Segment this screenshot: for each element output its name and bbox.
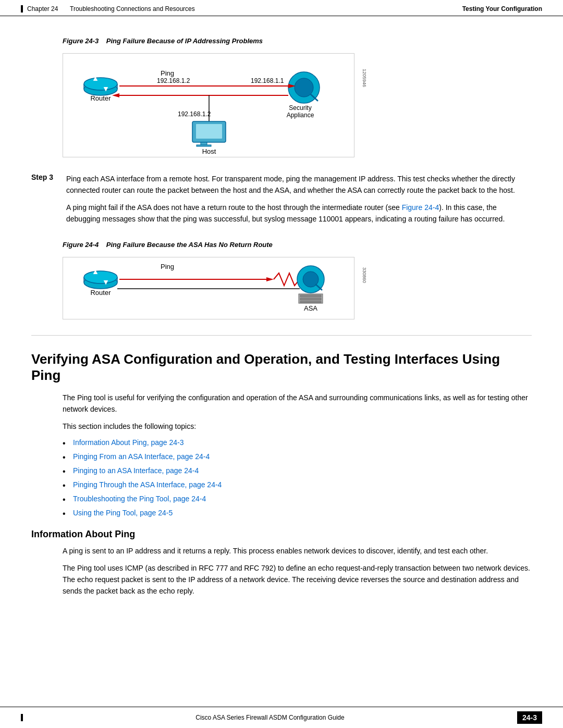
svg-text:Ping: Ping: [161, 69, 174, 77]
page-header: Chapter 24 Troubleshooting Connections a…: [0, 0, 563, 16]
bullet-link-2[interactable]: Pinging From an ASA Interface, page 24-4: [73, 452, 210, 461]
header-right-text: Testing Your Configuration: [462, 5, 542, 13]
figure-3-caption: Figure 24-3 Ping Failure Because of IP A…: [63, 37, 532, 45]
info-para-1: A ping is sent to an IP address and it r…: [63, 545, 532, 557]
figure-3-wrapper: Router Security Appliance Ping: [63, 53, 354, 163]
step-3-para1: Ping each ASA interface from a remote ho…: [66, 173, 532, 196]
svg-text:Router: Router: [90, 289, 111, 297]
svg-rect-39: [300, 301, 321, 303]
chapter-label: Chapter 24: [27, 5, 58, 13]
figure-4-diagram: Router Ping: [63, 257, 354, 319]
page-number: 24-3: [517, 711, 542, 724]
diagram-1-svg: Router Security Appliance Ping: [63, 54, 355, 158]
svg-text:192.168.1.1: 192.168.1.1: [251, 77, 284, 84]
header-bar: [21, 5, 23, 13]
svg-rect-37: [300, 295, 321, 297]
sub-heading: Information About Ping: [31, 529, 532, 540]
body-text-2: This section includes the following topi…: [63, 421, 532, 432]
bullet-link-3[interactable]: Pinging to an ASA Interface, page 24-4: [73, 466, 199, 475]
figure-4-section: Figure 24-4 Ping Failure Because the ASA…: [63, 241, 532, 325]
bullet-item-2: Pinging From an ASA Interface, page 24-4: [63, 451, 532, 462]
svg-point-25: [84, 271, 117, 283]
bullet-link-5[interactable]: Troubleshooting the Ping Tool, page 24-4: [73, 495, 206, 503]
bullet-item-6: Using the Ping Tool, page 24-5: [63, 508, 532, 519]
footer-left: [21, 714, 23, 722]
svg-text:Router: Router: [90, 94, 111, 102]
step-3-block: Step 3 Ping each ASA interface from a re…: [31, 173, 532, 230]
bullet-list: Information About Ping, page 24-3 Pingin…: [63, 437, 532, 519]
footer-title: Cisco ASA Series Firewall ASDM Configura…: [195, 714, 344, 721]
figure-3-diagram: Router Security Appliance Ping: [63, 53, 354, 157]
chapter-title: Troubleshooting Connections and Resource…: [70, 5, 195, 13]
step-3-content: Ping each ASA interface from a remote ho…: [66, 173, 532, 230]
svg-text:Ping: Ping: [161, 263, 174, 270]
svg-rect-22: [197, 145, 211, 146]
figure-4-wrapper: Router Ping: [63, 257, 354, 325]
diagram-2-svg: Router Ping: [63, 257, 355, 320]
svg-point-1: [84, 78, 117, 90]
svg-text:Appliance: Appliance: [287, 112, 314, 119]
bullet-item-3: Pinging to an ASA Interface, page 24-4: [63, 465, 532, 476]
svg-text:192.168.1.2: 192.168.1.2: [157, 77, 190, 84]
svg-text:ASA: ASA: [304, 304, 317, 312]
svg-rect-20: [196, 124, 222, 139]
bullet-link-4[interactable]: Pinging Through the ASA Interface, page …: [73, 480, 222, 489]
main-section-heading: Verifying ASA Configuration and Operatio…: [31, 351, 532, 384]
info-para-2: The Ping tool uses ICMP (as described in…: [63, 562, 532, 597]
svg-marker-31: [266, 277, 274, 281]
main-content: Figure 24-3 Ping Failure Because of IP A…: [0, 16, 563, 634]
bullet-item-4: Pinging Through the ASA Interface, page …: [63, 479, 532, 490]
svg-rect-38: [300, 298, 321, 300]
figure-24-4-link[interactable]: Figure 24-4: [402, 203, 439, 212]
figure-3-section: Figure 24-3 Ping Failure Because of IP A…: [63, 37, 532, 163]
bullet-item-5: Troubleshooting the Ping Tool, page 24-4: [63, 493, 532, 504]
bullet-link-6[interactable]: Using the Ping Tool, page 24-5: [73, 509, 173, 517]
figure-4-caption: Figure 24-4 Ping Failure Because the ASA…: [63, 241, 532, 249]
svg-marker-14: [112, 93, 119, 97]
footer-bar: [21, 714, 23, 721]
svg-text:Host: Host: [202, 147, 216, 155]
svg-text:192.168.1.2: 192.168.1.2: [178, 110, 211, 118]
step-3-label: Step 3: [31, 173, 60, 230]
body-text-1: The Ping tool is useful for verifying th…: [63, 392, 532, 415]
figure-4-side-label: 330860: [362, 267, 367, 283]
figure-3-side-label: 1205946: [362, 69, 367, 87]
page-footer: Cisco ASA Series Firewall ASDM Configura…: [0, 707, 563, 728]
bullet-link-1[interactable]: Information About Ping, page 24-3: [73, 438, 183, 447]
header-left: Chapter 24 Troubleshooting Connections a…: [21, 5, 195, 13]
bullet-item-1: Information About Ping, page 24-3: [63, 437, 532, 448]
step-3-para2: A ping might fail if the ASA does not ha…: [66, 202, 532, 225]
svg-text:Security: Security: [289, 104, 311, 112]
